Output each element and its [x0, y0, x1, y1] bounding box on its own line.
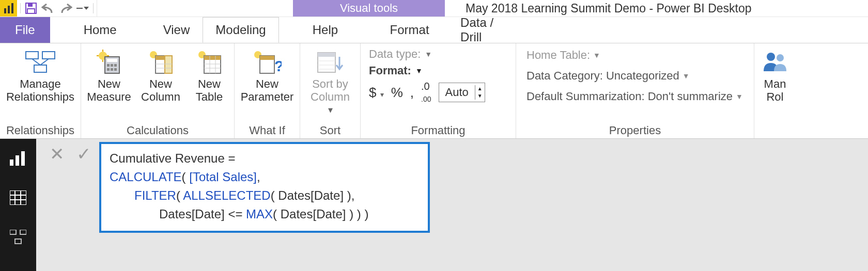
group-whatif: ? New Parameter What If [235, 43, 300, 138]
parameter-icon: ? [253, 47, 282, 76]
svg-rect-4 [28, 3, 33, 7]
canvas-area: ✕ ✓ Cumulative Revenue = CALCULATE( [Tot… [36, 139, 868, 271]
report-view-icon[interactable] [9, 149, 27, 168]
formula-editor[interactable]: Cumulative Revenue = CALCULATE( [Total S… [99, 142, 430, 233]
tab-home[interactable]: Home [71, 17, 130, 43]
svg-rect-1 [8, 6, 10, 13]
group-label-whatif: What If [235, 123, 300, 138]
group-label-relationships: Relationships [0, 123, 81, 138]
measure-icon [97, 47, 121, 76]
chevron-down-icon: ▼ [683, 72, 690, 80]
group-label-calculations: Calculations [81, 123, 234, 138]
group-sort: Sort by Column ▾ Sort [300, 43, 361, 138]
new-parameter-button[interactable]: ? New Parameter [239, 46, 296, 104]
thousands-button[interactable]: , [410, 85, 414, 101]
svg-rect-42 [318, 53, 335, 57]
svg-rect-18 [107, 64, 110, 67]
contextual-tabs: Format Data / Drill [371, 17, 523, 43]
cancel-formula-icon[interactable]: ✕ [50, 145, 64, 163]
svg-rect-27 [165, 56, 172, 73]
manage-relationships-label: Manage Relationships [6, 77, 74, 104]
data-type-dropdown[interactable]: Data type:▼ [369, 47, 507, 61]
customize-qat-icon[interactable] [76, 7, 89, 10]
view-switcher [0, 139, 36, 271]
svg-rect-0 [4, 8, 6, 13]
model-view-icon[interactable] [9, 228, 27, 246]
document-title: May 2018 Learning Summit Demo - Power BI… [445, 0, 868, 17]
group-security: Man Rol [754, 43, 796, 138]
tab-help[interactable]: Help [300, 17, 351, 43]
svg-line-9 [32, 59, 40, 65]
spin-up-icon[interactable]: ▲ [475, 85, 485, 92]
home-table-dropdown[interactable]: Home Table:▼ [526, 49, 743, 62]
chevron-down-icon: ▼ [425, 50, 432, 58]
new-table-button[interactable]: New Table [189, 46, 230, 104]
svg-rect-21 [107, 68, 110, 71]
save-icon[interactable] [25, 2, 37, 14]
tab-format[interactable]: Format [371, 17, 447, 43]
redo-icon[interactable] [59, 3, 72, 14]
svg-point-47 [777, 54, 784, 61]
svg-rect-23 [114, 68, 117, 71]
decimal-places-spinner[interactable]: Auto ▲▼ [439, 83, 485, 102]
tab-file[interactable]: File [0, 17, 50, 43]
chevron-down-icon: ▾ [328, 105, 333, 116]
undo-icon[interactable] [41, 3, 55, 14]
workspace: ✕ ✓ Cumulative Revenue = CALCULATE( [Tot… [0, 139, 868, 271]
new-measure-button[interactable]: New Measure [85, 46, 133, 104]
group-calculations: New Measure New Column New Table Calcula… [81, 43, 235, 138]
manage-roles-button[interactable]: Man Rol [757, 46, 793, 104]
svg-rect-51 [10, 190, 26, 205]
column-icon [148, 47, 173, 76]
svg-rect-39 [260, 56, 274, 60]
svg-text:?: ? [274, 57, 282, 74]
table-icon [197, 47, 222, 76]
default-summarization-dropdown[interactable]: Default Summarization: Don't summarize ▼ [526, 90, 743, 103]
chevron-down-icon: ▼ [736, 92, 743, 101]
svg-rect-32 [204, 56, 221, 60]
currency-button[interactable]: $ ▾ [369, 85, 384, 101]
relationships-icon [25, 47, 56, 76]
sort-icon [317, 47, 344, 76]
group-label-sort: Sort [300, 123, 360, 138]
tab-data-drill[interactable]: Data / Drill [447, 17, 523, 43]
group-properties: Home Table:▼ Data Category: Uncategorize… [516, 43, 754, 138]
svg-rect-5 [27, 9, 35, 13]
percent-button[interactable]: % [391, 85, 403, 101]
sort-by-column-button[interactable]: Sort by Column ▾ [304, 46, 356, 115]
app-logo-icon [0, 0, 17, 17]
group-label-formatting: Formatting [361, 123, 516, 138]
svg-rect-50 [21, 151, 25, 166]
commit-formula-icon[interactable]: ✓ [76, 145, 91, 163]
svg-rect-56 [10, 230, 16, 234]
svg-rect-8 [34, 65, 47, 72]
ribbon-tabs: File Home View Modeling Help Format Data… [0, 17, 868, 43]
new-column-button[interactable]: New Column [137, 46, 184, 104]
title-bar: Visual tools May 2018 Learning Summit De… [0, 0, 868, 17]
group-formatting: Data type:▼ Format:▼ $ ▾ % , .0.00 Auto … [361, 43, 516, 138]
tab-view[interactable]: View [150, 17, 203, 43]
svg-rect-58 [15, 239, 21, 244]
quick-access-toolbar [17, 0, 97, 17]
svg-rect-17 [107, 59, 117, 62]
chevron-down-icon: ▼ [415, 67, 423, 75]
roles-icon [763, 47, 787, 76]
svg-rect-19 [111, 64, 113, 67]
ribbon: Manage Relationships Relationships New M… [0, 43, 868, 139]
manage-relationships-button[interactable]: Manage Relationships [4, 46, 76, 104]
contextual-tab-caption: Visual tools [293, 0, 445, 17]
svg-rect-22 [111, 68, 113, 71]
spin-down-icon[interactable]: ▼ [475, 92, 485, 100]
format-dropdown[interactable]: Format:▼ [369, 64, 507, 77]
formula-bar: ✕ ✓ Cumulative Revenue = CALCULATE( [Tot… [41, 142, 868, 233]
data-view-icon[interactable] [9, 188, 27, 207]
svg-point-46 [767, 53, 775, 61]
decimal-icon[interactable]: .0.00 [421, 81, 431, 104]
svg-rect-57 [20, 230, 26, 234]
svg-rect-7 [42, 52, 55, 59]
data-category-dropdown[interactable]: Data Category: Uncategorized ▼ [526, 69, 743, 83]
tab-modeling[interactable]: Modeling [203, 17, 278, 43]
svg-rect-49 [16, 155, 19, 166]
svg-rect-6 [26, 52, 38, 59]
svg-rect-20 [114, 64, 117, 67]
